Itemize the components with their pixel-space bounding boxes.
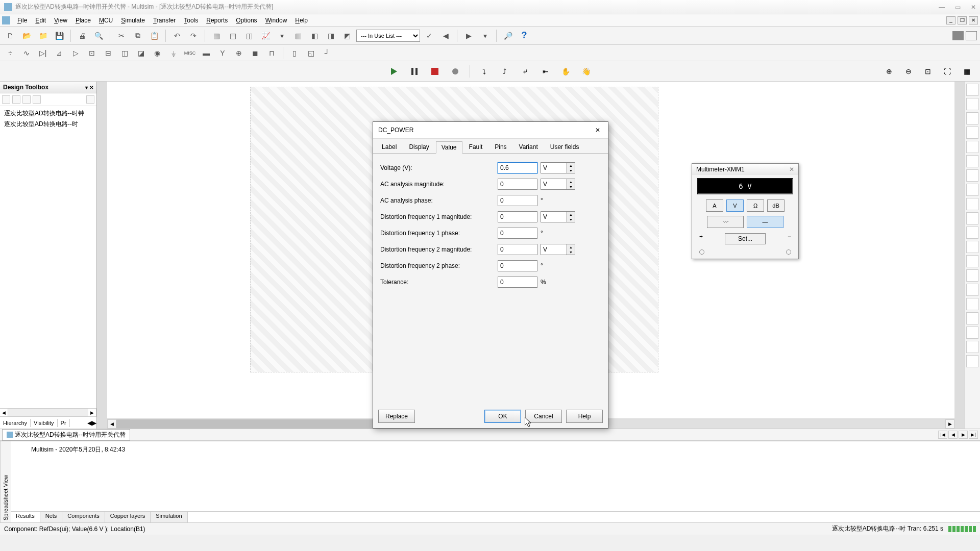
- zoom-out-button[interactable]: ⊖: [900, 63, 917, 80]
- record-button[interactable]: [447, 63, 463, 80]
- zoom-fit-button[interactable]: ⛶: [939, 63, 955, 80]
- cancel-button[interactable]: Cancel: [525, 410, 562, 423]
- property-value-input[interactable]: [498, 228, 537, 239]
- place-power-button[interactable]: ⏚: [166, 46, 181, 60]
- step-over-button[interactable]: ⤴: [497, 63, 513, 80]
- oscilloscope-icon[interactable]: [966, 127, 978, 139]
- word-generator-icon[interactable]: [966, 184, 978, 196]
- postprocessor-button[interactable]: ▥: [291, 29, 305, 43]
- unit-spinner[interactable]: ▲▼: [567, 211, 575, 222]
- place-misc-digital-button[interactable]: ◫: [117, 46, 132, 60]
- doc-tab-last-icon[interactable]: ▶|: [969, 431, 978, 439]
- open-button[interactable]: 📂: [19, 29, 34, 43]
- multimeter-close-icon[interactable]: ✕: [789, 166, 794, 173]
- menu-transfer[interactable]: Transfer: [149, 16, 180, 25]
- tab-nets[interactable]: Nets: [40, 512, 63, 522]
- terminal-plus[interactable]: [699, 249, 704, 255]
- find-button[interactable]: 🔎: [501, 29, 515, 43]
- current-probe-icon[interactable]: [966, 355, 978, 367]
- document-tab[interactable]: 逐次比较型AD转换电路--时钟用开关代替: [2, 429, 130, 441]
- network-analyzer-icon[interactable]: [966, 269, 978, 282]
- place-mixed-button[interactable]: ◪: [134, 46, 148, 60]
- place-source-button[interactable]: ÷: [3, 46, 17, 60]
- frequency-counter-icon[interactable]: [966, 169, 978, 182]
- tab-copper-layers[interactable]: Copper layers: [105, 512, 151, 522]
- four-channel-scope-icon[interactable]: [966, 141, 978, 153]
- distortion-analyzer-icon[interactable]: [966, 241, 978, 253]
- tab-hierarchy[interactable]: Hierarchy: [0, 419, 31, 427]
- scroll-left-icon[interactable]: ◀: [107, 419, 116, 429]
- toolbox-save-icon[interactable]: [22, 95, 31, 104]
- toggle-toolbox-button[interactable]: ▦: [209, 29, 224, 43]
- multimeter-window[interactable]: Multimeter-XMM1 ✕ 6 V A V Ω dB 〰 — + Set…: [692, 163, 799, 259]
- doc-tab-next-icon[interactable]: ▶: [959, 431, 968, 439]
- forward-drop-button[interactable]: ▾: [478, 29, 492, 43]
- spin-up-icon[interactable]: ▲: [567, 179, 575, 184]
- new-button[interactable]: 🗋: [3, 29, 17, 43]
- spin-down-icon[interactable]: ▼: [567, 217, 575, 222]
- tektronix-scope-icon[interactable]: [966, 327, 978, 339]
- pan-button[interactable]: ✋: [558, 63, 574, 80]
- place-ni-button[interactable]: ◼: [248, 46, 262, 60]
- ok-button[interactable]: OK: [484, 410, 521, 423]
- place-connector-button[interactable]: ⊓: [264, 46, 279, 60]
- menu-simulate[interactable]: Simulate: [117, 16, 149, 25]
- tab-user-fields[interactable]: User fields: [545, 141, 585, 153]
- toolbox-tree[interactable]: 逐次比较型AD转换电路--时钟 逐次比较型AD转换电路--时: [0, 106, 96, 408]
- menu-view[interactable]: View: [50, 16, 71, 25]
- unit-select[interactable]: V: [541, 162, 567, 173]
- menu-file[interactable]: File: [13, 16, 31, 25]
- mode-db-button[interactable]: dB: [767, 199, 785, 212]
- unit-select[interactable]: V: [541, 179, 567, 190]
- print-preview-button[interactable]: 🔍: [91, 29, 106, 43]
- labview-instrument-icon[interactable]: [966, 341, 978, 353]
- fullscreen-button[interactable]: ▦: [959, 63, 975, 80]
- undo-button[interactable]: ↶: [170, 29, 184, 43]
- mdi-minimize-button[interactable]: _: [946, 16, 955, 24]
- in-use-list-combo[interactable]: --- In Use List ---: [356, 30, 420, 42]
- tab-fault[interactable]: Fault: [463, 141, 488, 153]
- back-annotate-button[interactable]: ◀: [438, 29, 453, 43]
- place-transistor-button[interactable]: ⊿: [52, 46, 66, 60]
- close-button[interactable]: ✕: [971, 4, 976, 11]
- toolbox-pin-icon[interactable]: ▾ ✕: [85, 85, 93, 90]
- terminal-minus[interactable]: [786, 249, 791, 255]
- bode-plotter-icon[interactable]: [966, 155, 978, 167]
- tab-components[interactable]: Components: [62, 512, 105, 522]
- property-value-input[interactable]: [498, 260, 537, 271]
- spin-down-icon[interactable]: ▼: [567, 184, 575, 189]
- toolbox-hscroll[interactable]: ◀ ▶: [0, 408, 96, 416]
- help-button[interactable]: ?: [517, 29, 531, 43]
- property-value-input[interactable]: [498, 162, 537, 173]
- spin-down-icon[interactable]: ▼: [567, 168, 575, 173]
- menu-help[interactable]: Help: [291, 16, 312, 25]
- place-diode-button[interactable]: ▷|: [36, 46, 50, 60]
- pause-button[interactable]: [406, 63, 423, 80]
- menu-mcu[interactable]: MCU: [95, 16, 117, 25]
- sim-switch-off[interactable]: [966, 31, 977, 40]
- unit-select[interactable]: V: [541, 211, 567, 222]
- mode-ac-button[interactable]: 〰: [707, 216, 744, 228]
- zoom-area-button[interactable]: ⊡: [920, 63, 936, 80]
- spectrum-analyzer-icon[interactable]: [966, 255, 978, 267]
- open-sample-button[interactable]: 📁: [36, 29, 50, 43]
- unit-select[interactable]: V: [541, 244, 567, 255]
- mode-ohms-button[interactable]: Ω: [747, 199, 764, 212]
- toolbox-expand-icon[interactable]: [86, 95, 94, 104]
- tab-variant[interactable]: Variant: [513, 141, 544, 153]
- step-into-button[interactable]: ⤵: [476, 63, 493, 80]
- unit-spinner[interactable]: ▲▼: [567, 179, 575, 190]
- tab-display[interactable]: Display: [403, 141, 434, 153]
- scroll-right-icon[interactable]: ▶: [945, 419, 954, 429]
- place-misc-button[interactable]: MISC: [183, 46, 197, 60]
- print-button[interactable]: 🖨: [75, 29, 89, 43]
- grapher-drop-button[interactable]: ▾: [275, 29, 289, 43]
- mode-volts-button[interactable]: V: [726, 199, 744, 212]
- step-back-button[interactable]: ⇤: [537, 63, 554, 80]
- property-value-input[interactable]: [498, 179, 537, 190]
- run-button[interactable]: [386, 63, 402, 80]
- save-button[interactable]: 💾: [52, 29, 66, 43]
- function-generator-icon[interactable]: [966, 98, 978, 110]
- wattmeter-icon[interactable]: [966, 112, 978, 124]
- place-rf-button[interactable]: Y: [215, 46, 230, 60]
